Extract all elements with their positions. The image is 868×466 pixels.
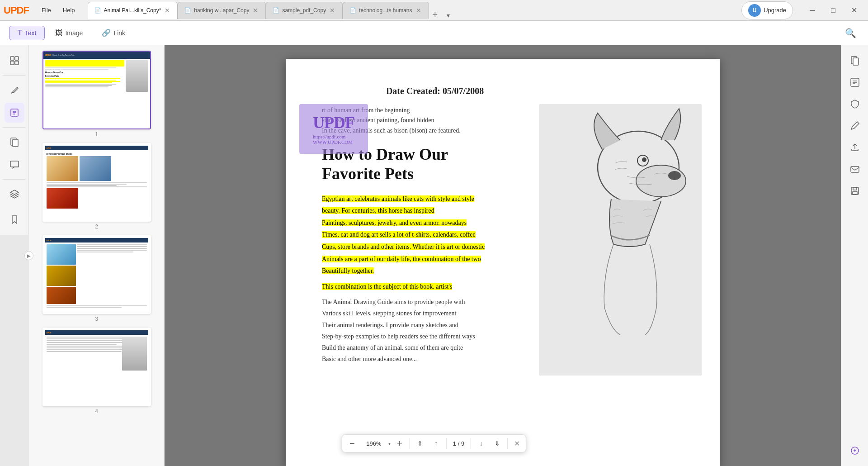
rs-icon-protect[interactable]	[845, 94, 865, 114]
tab-1-label: banking w...apar_Copy	[194, 7, 249, 14]
zoom-separator-1	[410, 438, 410, 449]
thumbnail-1-num: 1	[95, 131, 98, 138]
pdf-body-line1: The Animal Drawing Guide aims to provide…	[322, 299, 465, 305]
tab-1[interactable]: 📄 banking w...apar_Copy ✕	[178, 2, 266, 19]
pdf-hl-6: Animals are a part of our daily life, th…	[322, 256, 481, 262]
svg-rect-0	[10, 57, 14, 60]
sidebar-icon-pages[interactable]	[5, 132, 24, 152]
rs-icon-ai[interactable]	[845, 441, 865, 461]
prev-page-button[interactable]: ↑	[428, 435, 444, 452]
svg-rect-23	[853, 191, 857, 195]
sidebar-separator-1	[3, 75, 25, 76]
link-tool-button[interactable]: 🔗 Link	[93, 25, 134, 40]
zoom-in-button[interactable]: +	[392, 435, 408, 452]
rs-icon-sign[interactable]	[845, 116, 865, 136]
tab-0[interactable]: 📄 Animal Pai...kills_Copy* ✕	[88, 2, 178, 19]
sidebar-left	[0, 45, 29, 235]
zoom-dropdown[interactable]: ▾	[387, 441, 392, 446]
tab-2[interactable]: 📄 sample_pdf_Copy ✕	[266, 2, 343, 19]
pdf-area: UPDF https://updf.com WWW.UPDF.COM	[165, 45, 841, 466]
thumbnail-1-img: UPDF How to Draw Our Favorite Pets How t…	[42, 51, 151, 129]
thumbnail-3-img: UPDF	[42, 235, 151, 314]
tab-0-icon: 📄	[94, 7, 101, 14]
close-button[interactable]: ✕	[844, 3, 864, 18]
link-icon: 🔗	[102, 29, 111, 37]
sidebar-icon-comment[interactable]	[5, 155, 24, 175]
thumbnail-3[interactable]: UPDF	[33, 235, 160, 322]
maximize-button[interactable]: □	[823, 3, 844, 18]
main-area: ▶ UPDF How to Draw Our Favorite Pets	[0, 45, 868, 466]
zoom-bar: − 196% ▾ + ⇑ ↑ 1 / 9 ↓ ⇓ ✕	[342, 434, 526, 452]
svg-point-16	[642, 157, 646, 162]
sidebar-icon-bookmark[interactable]	[5, 209, 24, 229]
sidebar-expand-arrow[interactable]: ▶	[24, 251, 33, 260]
rs-icon-pages[interactable]	[845, 51, 865, 71]
rs-icon-mail[interactable]	[845, 159, 865, 179]
page-total: 9	[461, 440, 464, 447]
pdf-partial-block: This combination is the subject of this …	[322, 281, 548, 293]
zoom-out-button[interactable]: −	[344, 435, 360, 452]
toolbar-edit-group: T Text 🖼 Image 🔗 Link	[9, 25, 134, 40]
sidebar-icon-annotate[interactable]	[5, 80, 24, 100]
app-logo[interactable]: UPDF	[4, 5, 29, 16]
sidebar-left-wrapper: ▶	[0, 45, 29, 466]
svg-point-13	[636, 165, 686, 197]
tab-0-close[interactable]: ✕	[164, 7, 171, 14]
tab-bar: UPDF File Help 📄 Animal Pai...kills_Copy…	[0, 0, 868, 21]
thumbnail-2-num: 2	[95, 223, 98, 230]
last-page-button[interactable]: ⇓	[489, 435, 505, 452]
pdf-heading-line2: Favorite Pets	[322, 165, 414, 183]
zoom-bar-close[interactable]: ✕	[509, 436, 524, 451]
first-page-button[interactable]: ⇑	[412, 435, 428, 452]
app-logo-text: UPDF	[4, 5, 29, 16]
pdf-page: UPDF https://updf.com WWW.UPDF.COM	[286, 59, 720, 466]
rs-icon-ocr[interactable]	[845, 72, 865, 92]
pdf-highlighted-block: Egyptian art celebrates animals like cat…	[322, 193, 548, 277]
thumbnail-3-num: 3	[95, 316, 98, 322]
pdf-date: Date Created: 05/07/2008	[322, 86, 548, 96]
new-tab-button[interactable]: +	[429, 10, 442, 19]
thumbnail-4-img: UPDF	[42, 328, 151, 406]
tab-dropdown-button[interactable]: ▾	[443, 12, 453, 19]
svg-point-14	[668, 171, 681, 180]
rs-icon-save[interactable]	[845, 181, 865, 201]
search-icon[interactable]: 🔍	[842, 25, 859, 41]
nav-menu: File Help	[36, 5, 80, 15]
sidebar-separator-2	[3, 127, 25, 128]
thumbnail-2-img: UPDF Different Painting Styles	[42, 143, 151, 222]
nav-file[interactable]: File	[36, 5, 57, 15]
thumbnail-1[interactable]: UPDF How to Draw Our Favorite Pets How t…	[33, 51, 160, 138]
sidebar-icon-thumbnails[interactable]	[5, 51, 24, 71]
tab-3-close[interactable]: ✕	[415, 7, 422, 14]
tab-1-close[interactable]: ✕	[252, 7, 259, 14]
pdf-body-line4: Step-by-step examples to help readers se…	[322, 333, 475, 340]
text-icon: T	[18, 29, 22, 37]
svg-rect-22	[853, 187, 857, 190]
nav-help[interactable]: Help	[57, 5, 80, 15]
watermark-logo: UPDF	[313, 113, 354, 132]
svg-rect-10	[10, 161, 19, 167]
thumbnail-2[interactable]: UPDF Different Painting Styles	[33, 143, 160, 230]
zoom-separator-4	[507, 438, 508, 449]
svg-rect-20	[851, 166, 859, 172]
link-label: Link	[113, 29, 125, 37]
pdf-hl-3: Paintings, sculptures, jewelry, and even…	[322, 219, 467, 226]
tab-2-close[interactable]: ✕	[329, 7, 336, 14]
text-tool-button[interactable]: T Text	[9, 26, 45, 40]
pdf-body: The Animal Drawing Guide aims to provide…	[322, 296, 548, 365]
image-tool-button[interactable]: 🖼 Image	[47, 26, 91, 40]
svg-rect-3	[15, 61, 19, 65]
upgrade-button[interactable]: U Upgrade	[741, 1, 793, 19]
tab-3-label: technolog...ts humans	[359, 7, 412, 14]
minimize-button[interactable]: ─	[802, 3, 823, 18]
image-icon: 🖼	[55, 29, 62, 37]
image-label: Image	[65, 29, 83, 37]
next-page-button[interactable]: ↓	[473, 435, 489, 452]
tabs-container: 📄 Animal Pai...kills_Copy* ✕ 📄 banking w…	[88, 2, 742, 19]
pdf-body-line6: Basic and other more advanced one...	[322, 356, 417, 362]
tab-3[interactable]: 📄 technolog...ts humans ✕	[343, 2, 429, 19]
sidebar-icon-edit[interactable]	[5, 103, 24, 123]
sidebar-icon-layers[interactable]	[5, 184, 24, 204]
rs-icon-export[interactable]	[845, 138, 865, 157]
thumbnail-4[interactable]: UPDF 4	[33, 328, 160, 414]
